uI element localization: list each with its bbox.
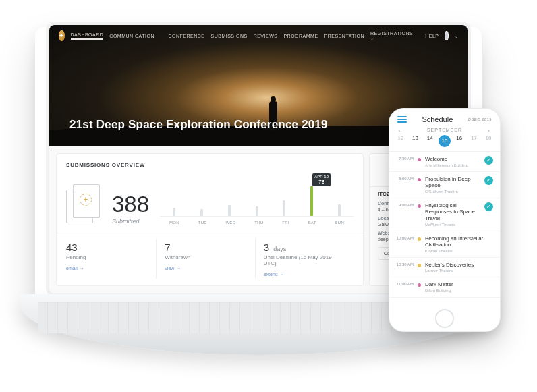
- day-cell[interactable]: 15: [439, 135, 451, 147]
- nav-presentation[interactable]: PRESENTATION: [324, 34, 364, 38]
- day-cell[interactable]: 13: [409, 135, 422, 147]
- item-time: 10:30 AM: [395, 262, 414, 267]
- category-dot-icon: [418, 283, 421, 287]
- item-room: Larmor Theatre: [425, 269, 493, 273]
- chart-bar: [228, 205, 231, 216]
- withdrawn-label: Withdrawn: [165, 254, 246, 260]
- nav-programme[interactable]: PROGRAMME: [283, 34, 318, 38]
- next-month-icon[interactable]: ›: [488, 128, 490, 134]
- pending-label: Pending: [66, 254, 148, 260]
- item-room: Arts Millennium Building: [425, 163, 480, 167]
- phone-frame: Schedule DSEC 2019 ‹ SEPTEMBER › 1213141…: [389, 108, 501, 332]
- category-dot-icon: [418, 178, 421, 181]
- nav-registrations[interactable]: REGISTRATIONS ⌄: [370, 31, 413, 40]
- chart-day-label: SUN: [335, 221, 345, 225]
- schedule-item[interactable]: 11:00 AMDark MatterDillon Building: [389, 277, 500, 298]
- deadline-count: 3 days: [264, 242, 345, 253]
- day-cell[interactable]: 17: [468, 135, 480, 147]
- nav-reviews[interactable]: REVIEWS: [254, 34, 278, 38]
- item-time: 8:00 AM: [395, 176, 414, 181]
- day-cell[interactable]: 12: [395, 135, 407, 147]
- extend-link[interactable]: extend →: [264, 272, 285, 277]
- chart-day-label: MON: [169, 221, 179, 225]
- category-dot-icon: [418, 237, 421, 241]
- nav-conference[interactable]: CONFERENCE: [169, 34, 205, 38]
- item-title: Physiological Responses to Space Travel: [425, 202, 480, 222]
- prev-month-icon[interactable]: ‹: [399, 128, 401, 134]
- item-title: Kepler's Discoveries: [425, 262, 493, 269]
- chart-bar: [283, 200, 285, 216]
- chart-day-label: SAT: [308, 221, 316, 225]
- chart-bar: [200, 209, 203, 216]
- nav-dashboard[interactable]: DASHBOARD: [71, 32, 104, 40]
- schedule-item[interactable]: 9:00 AMPhysiological Responses to Space …: [389, 198, 500, 231]
- schedule-item[interactable]: 8:00 AMPropulsion in Deep SpaceO'Sulliva…: [389, 172, 500, 198]
- nav-help[interactable]: HELP: [425, 34, 439, 38]
- month-selector: ‹ SEPTEMBER ›: [389, 128, 500, 132]
- chevron-down-icon: ⌄: [370, 36, 374, 40]
- submissions-chart: APR 10 78 MONTUEWEDTHUFRISATSUN: [160, 175, 354, 225]
- chart-bar: [256, 206, 258, 216]
- check-icon[interactable]: ✓: [484, 156, 493, 165]
- item-title: Propulsion in Deep Space: [425, 176, 480, 189]
- email-link[interactable]: email →: [66, 266, 84, 271]
- chart-day-label: TUE: [198, 221, 207, 225]
- page-title: 21st Deep Space Exploration Conference 2…: [69, 118, 328, 132]
- check-icon[interactable]: ✓: [484, 176, 493, 185]
- schedule-item[interactable]: 10:30 AMKepler's DiscoveriesLarmor Theat…: [389, 258, 500, 278]
- chart-bar: [310, 186, 313, 216]
- chart-bar: [338, 204, 341, 216]
- nav-submissions[interactable]: SUBMISSIONS: [211, 34, 248, 38]
- check-icon[interactable]: ✓: [484, 202, 493, 211]
- item-title: Welcome: [425, 156, 480, 163]
- item-room: Dillon Building: [425, 289, 493, 293]
- schedule-list: 7:30 AMWelcomeArts Millennium Building✓8…: [389, 152, 500, 298]
- submitted-label: Submitted: [112, 218, 140, 225]
- chart-day-label: FRI: [282, 221, 289, 225]
- item-title: Dark Matter: [425, 281, 493, 288]
- category-dot-icon: [418, 264, 421, 267]
- hamburger-menu-icon[interactable]: [397, 116, 407, 123]
- card-title: SUBMISSIONS OVERVIEW: [66, 162, 354, 168]
- submissions-overview-card: SUBMISSIONS OVERVIEW + 388 Submitted APR…: [56, 153, 364, 286]
- category-dot-icon: [418, 158, 421, 161]
- home-button-icon[interactable]: [435, 309, 454, 328]
- item-time: 7:30 AM: [395, 156, 414, 161]
- item-time: 11:00 AM: [395, 281, 414, 287]
- phone-page-title: Schedule: [422, 115, 453, 123]
- submitted-count: 388: [112, 193, 149, 215]
- view-link[interactable]: view →: [165, 266, 181, 271]
- day-cell[interactable]: 14: [424, 135, 436, 147]
- chart-bar: [173, 208, 175, 216]
- chart-day-label: WED: [225, 221, 235, 225]
- withdrawn-count: 7: [165, 242, 246, 253]
- category-dot-icon: [418, 204, 421, 208]
- phone-brand-badge: DSEC 2019: [468, 117, 492, 121]
- item-time: 9:00 AM: [395, 202, 414, 208]
- item-room: McMunn Theatre: [425, 223, 480, 227]
- add-submission-icon[interactable]: +: [66, 184, 101, 225]
- nav-communication[interactable]: COMMUNICATION: [109, 34, 154, 38]
- item-room: O'Sullivan Theatre: [425, 190, 480, 194]
- item-room: Kirwan Theatre: [425, 249, 493, 253]
- day-strip: 12131415161718: [389, 135, 500, 152]
- deadline-label: Until Deadline (16 May 2019 UTC): [264, 254, 345, 267]
- schedule-item[interactable]: 10:00 AMBecoming an Interstellar Civilis…: [389, 231, 500, 258]
- item-time: 10:00 AM: [395, 235, 414, 241]
- item-title: Becoming an Interstellar Civilisation: [425, 235, 493, 248]
- pending-count: 43: [66, 242, 148, 253]
- day-cell[interactable]: 16: [453, 135, 465, 147]
- day-cell[interactable]: 18: [482, 135, 494, 147]
- chevron-down-icon: ⌄: [455, 34, 459, 38]
- chart-day-label: THU: [254, 221, 263, 225]
- schedule-item[interactable]: 7:30 AMWelcomeArts Millennium Building✓: [389, 152, 500, 172]
- chart-value-badge: APR 10 78: [312, 173, 331, 186]
